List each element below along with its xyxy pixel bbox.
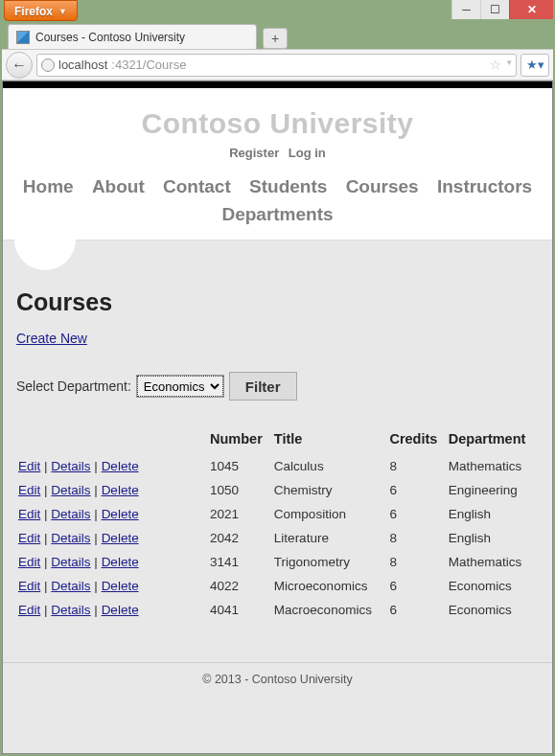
favicon-icon	[16, 31, 30, 44]
cell-department: English	[447, 526, 539, 550]
nav-instructors[interactable]: Instructors	[437, 176, 532, 196]
cell-number: 2042	[208, 526, 272, 550]
table-row: Edit | Details | Delete1045Calculus8Math…	[16, 454, 539, 478]
filter-row: Select Department: Economics Filter	[16, 372, 539, 401]
details-link[interactable]: Details	[51, 555, 90, 569]
register-link[interactable]: Register	[229, 146, 279, 160]
page-content: Contoso University Register Log in Home …	[2, 80, 553, 754]
details-link[interactable]: Details	[51, 579, 90, 593]
col-department: Department	[447, 427, 539, 454]
delete-link[interactable]: Delete	[102, 603, 139, 617]
nav-departments[interactable]: Departments	[221, 204, 333, 224]
col-number: Number	[208, 427, 272, 454]
nav-home[interactable]: Home	[23, 176, 74, 196]
table-row: Edit | Details | Delete2021Composition6E…	[16, 502, 539, 526]
cell-title: Composition	[272, 502, 388, 526]
url-bar[interactable]: localhost:4321/Course ☆ ▾	[36, 54, 517, 77]
firefox-menu-button[interactable]: Firefox ▼	[4, 0, 78, 21]
cell-department: Mathematics	[447, 550, 539, 574]
window-controls	[451, 0, 553, 19]
minimize-button[interactable]	[451, 0, 480, 19]
top-black-bar	[3, 81, 552, 88]
row-actions: Edit | Details | Delete	[16, 502, 208, 526]
login-link[interactable]: Log in	[289, 146, 326, 160]
details-link[interactable]: Details	[51, 459, 90, 473]
table-row: Edit | Details | Delete2042Literature8En…	[16, 526, 539, 550]
url-path: :4321/Course	[111, 57, 186, 72]
brand-title: Contoso University	[12, 107, 543, 140]
details-link[interactable]: Details	[51, 531, 90, 545]
feed-icon[interactable]: ☆	[490, 57, 501, 72]
maximize-button[interactable]	[480, 0, 509, 19]
avatar-placeholder	[14, 209, 76, 270]
bookmarks-button[interactable]: ★▾	[520, 54, 549, 77]
account-links: Register Log in	[12, 146, 543, 160]
col-title: Title	[272, 427, 388, 454]
edit-link[interactable]: Edit	[18, 531, 40, 545]
url-host: localhost	[58, 57, 107, 72]
back-button[interactable]: ←	[6, 52, 33, 79]
nav-contact[interactable]: Contact	[163, 176, 231, 196]
cell-title: Trigonometry	[272, 550, 388, 574]
row-actions: Edit | Details | Delete	[16, 598, 208, 622]
row-actions: Edit | Details | Delete	[16, 526, 208, 550]
cell-title: Macroeconomics	[272, 598, 388, 622]
row-actions: Edit | Details | Delete	[16, 454, 208, 478]
edit-link[interactable]: Edit	[18, 483, 40, 497]
site-footer: © 2013 - Contoso University	[3, 662, 552, 686]
details-link[interactable]: Details	[51, 603, 90, 617]
new-tab-button[interactable]: +	[263, 28, 288, 49]
cell-number: 4022	[208, 574, 272, 598]
delete-link[interactable]: Delete	[102, 483, 139, 497]
table-row: Edit | Details | Delete1050Chemistry6Eng…	[16, 478, 539, 502]
table-row: Edit | Details | Delete4041Macroeconomic…	[16, 598, 539, 622]
edit-link[interactable]: Edit	[18, 555, 40, 569]
cell-number: 4041	[208, 598, 272, 622]
table-row: Edit | Details | Delete4022Microeconomic…	[16, 574, 539, 598]
delete-link[interactable]: Delete	[102, 531, 139, 545]
delete-link[interactable]: Delete	[102, 579, 139, 593]
filter-button[interactable]: Filter	[229, 372, 297, 401]
row-actions: Edit | Details | Delete	[16, 478, 208, 502]
cell-number: 1050	[208, 478, 272, 502]
cell-credits: 8	[387, 454, 446, 478]
row-actions: Edit | Details | Delete	[16, 550, 208, 574]
cell-credits: 6	[387, 502, 446, 526]
course-table: Number Title Credits Department Edit | D…	[16, 427, 539, 622]
site-header: Contoso University Register Log in Home …	[3, 88, 552, 241]
edit-link[interactable]: Edit	[18, 459, 40, 473]
cell-title: Literature	[272, 526, 388, 550]
edit-link[interactable]: Edit	[18, 579, 40, 593]
tab-bar: Courses - Contoso University +	[2, 22, 553, 49]
delete-link[interactable]: Delete	[102, 507, 139, 521]
select-department-label: Select Department:	[16, 378, 131, 394]
table-row: Edit | Details | Delete3141Trigonometry8…	[16, 550, 539, 574]
page-title: Courses	[16, 288, 539, 316]
edit-link[interactable]: Edit	[18, 603, 40, 617]
delete-link[interactable]: Delete	[102, 555, 139, 569]
department-select[interactable]: Economics	[137, 376, 223, 397]
nav-courses[interactable]: Courses	[346, 176, 419, 196]
dropdown-icon[interactable]: ▾	[507, 57, 512, 72]
details-link[interactable]: Details	[51, 483, 90, 497]
close-button[interactable]	[509, 0, 553, 19]
cell-credits: 8	[387, 550, 446, 574]
nav-toolbar: ← localhost:4321/Course ☆ ▾ ★▾	[2, 49, 553, 80]
tab-title: Courses - Contoso University	[35, 31, 185, 44]
delete-link[interactable]: Delete	[102, 459, 139, 473]
cell-department: Engineering	[447, 478, 539, 502]
browser-tab-active[interactable]: Courses - Contoso University	[8, 24, 257, 49]
row-actions: Edit | Details | Delete	[16, 574, 208, 598]
cell-credits: 6	[387, 598, 446, 622]
create-new-link[interactable]: Create New	[16, 331, 87, 346]
col-credits: Credits	[387, 427, 446, 454]
nav-about[interactable]: About	[92, 176, 145, 196]
cell-title: Microeconomics	[272, 574, 388, 598]
details-link[interactable]: Details	[51, 507, 90, 521]
main-nav: Home About Contact Students Courses Inst…	[12, 173, 543, 228]
cell-department: Mathematics	[447, 454, 539, 478]
cell-credits: 6	[387, 478, 446, 502]
table-header-row: Number Title Credits Department	[16, 427, 539, 454]
nav-students[interactable]: Students	[249, 176, 327, 196]
edit-link[interactable]: Edit	[18, 507, 40, 521]
